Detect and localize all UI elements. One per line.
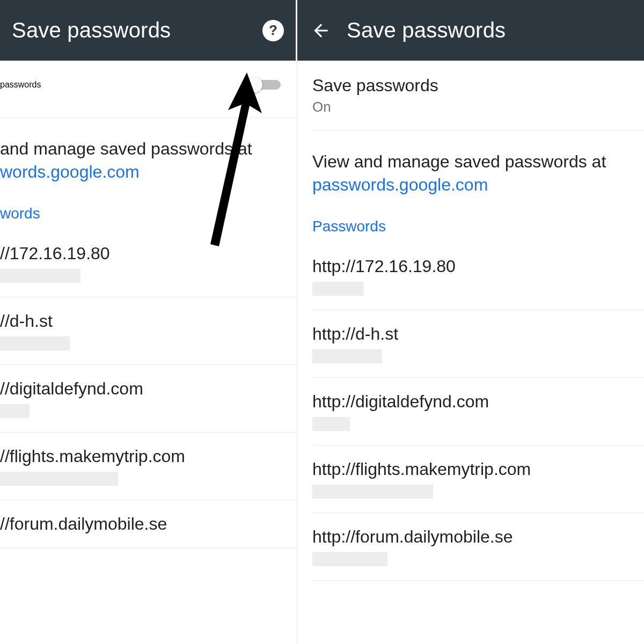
help-icon: ? — [262, 20, 284, 41]
info-prefix: and manage saved passwords at — [0, 139, 252, 158]
back-button[interactable] — [309, 19, 333, 42]
switch-thumb — [246, 77, 262, 93]
toggle-status: On — [312, 99, 629, 115]
appbar-right: Save passwords — [297, 0, 644, 61]
site-url: //forum.dailymobile.se — [0, 514, 281, 534]
toggle-label: passwords — [0, 80, 41, 90]
password-entry[interactable]: //d-h.st — [0, 297, 296, 365]
password-entry[interactable]: //forum.dailymobile.se — [0, 500, 296, 548]
arrow-left-icon — [311, 20, 331, 41]
site-url: http://forum.dailymobile.se — [312, 527, 629, 547]
pane-right: Save passwords Save passwords On View an… — [297, 0, 644, 644]
passwords-list: //172.16.19.80//d-h.st//digitaldefynd.co… — [0, 230, 296, 548]
redacted-username — [0, 269, 80, 283]
toggle-switch-off[interactable] — [246, 77, 281, 93]
redacted-username — [0, 336, 70, 350]
appbar-title: Save passwords — [12, 18, 171, 42]
save-passwords-toggle-row[interactable]: passwords — [0, 61, 296, 118]
toggle-label: Save passwords — [312, 76, 629, 96]
password-entry[interactable]: //172.16.19.80 — [0, 230, 296, 297]
password-entry[interactable]: http://d-h.st — [312, 310, 644, 378]
site-url: //d-h.st — [0, 311, 281, 331]
site-url: http://d-h.st — [312, 324, 629, 344]
site-url: //172.16.19.80 — [0, 244, 281, 264]
manage-passwords-info: and manage saved passwords at words.goog… — [0, 118, 296, 230]
passwords-google-link[interactable]: words.google.com — [0, 162, 140, 181]
appbar-title: Save passwords — [347, 18, 506, 42]
redacted-username — [0, 472, 118, 486]
redacted-username — [312, 485, 433, 499]
passwords-section-label: words — [0, 184, 281, 224]
help-button[interactable]: ? — [262, 20, 284, 41]
password-entry[interactable]: //digitaldefynd.com — [0, 365, 296, 433]
manage-passwords-info: View and manage saved passwords at passw… — [312, 131, 644, 243]
password-entry[interactable]: //flights.makemytrip.com — [0, 433, 296, 500]
password-entry[interactable]: http://flights.makemytrip.com — [312, 445, 644, 513]
site-url: http://172.16.19.80 — [312, 257, 629, 276]
passwords-section-label: Passwords — [312, 196, 629, 237]
pane-left: Save passwords ? passwords and manage sa… — [0, 0, 296, 644]
site-url: //flights.makemytrip.com — [0, 447, 281, 466]
appbar-left: Save passwords ? — [0, 0, 296, 61]
password-entry[interactable]: http://digitaldefynd.com — [312, 378, 644, 445]
redacted-username — [312, 282, 363, 296]
redacted-username — [312, 417, 350, 431]
redacted-username — [312, 349, 382, 363]
password-entry[interactable]: http://172.16.19.80 — [312, 243, 644, 310]
info-prefix: View and manage saved passwords at — [312, 152, 606, 171]
redacted-username — [312, 552, 387, 566]
passwords-list: http://172.16.19.80http://d-h.sthttp://d… — [312, 243, 644, 581]
save-passwords-toggle-row[interactable]: Save passwords On — [312, 61, 644, 131]
passwords-google-link[interactable]: passwords.google.com — [312, 175, 488, 194]
password-entry[interactable]: http://forum.dailymobile.se — [312, 513, 644, 581]
site-url: //digitaldefynd.com — [0, 379, 281, 399]
site-url: http://flights.makemytrip.com — [312, 459, 629, 479]
site-url: http://digitaldefynd.com — [312, 392, 629, 412]
redacted-username — [0, 404, 30, 418]
